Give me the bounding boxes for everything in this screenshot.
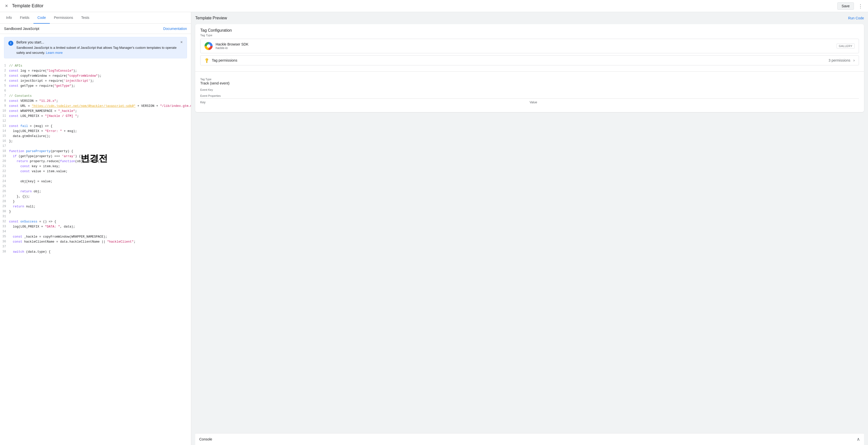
event-props-value-header: Value: [530, 101, 859, 104]
event-props-key-header: Key: [200, 101, 530, 104]
event-key-label: Event Key: [200, 88, 859, 91]
tab-code[interactable]: Code: [33, 12, 50, 24]
run-code-button[interactable]: Run Code: [848, 14, 864, 22]
code-line: 20 return property.reduce(function(obj, …: [0, 159, 191, 164]
tag-type-info-row: Tag Type Track (send event): [200, 78, 859, 85]
code-line: 1 // APIs: [0, 63, 191, 68]
code-line: 19 if (getType(property) === 'array') {: [0, 154, 191, 159]
banner-close-icon[interactable]: ×: [180, 40, 183, 44]
code-line: 27 }, {});: [0, 194, 191, 199]
code-line: 11 const LOG_PREFIX = "[Hackle / GTM] ";: [0, 114, 191, 119]
hackle-domain: hackle-io: [216, 46, 834, 50]
code-line: 35 const _hackle = copyFromWindow(WRAPPE…: [0, 234, 191, 239]
tag-type-key: Tag Type: [200, 78, 859, 81]
hackle-logo: [205, 42, 213, 50]
console-title: Console: [199, 437, 212, 441]
code-line: 33 log(LOG_PREFIX + "DATA: ", data);: [0, 224, 191, 229]
hackle-card: Hackle Browser SDK hackle-io GALLERY: [200, 39, 859, 53]
code-header: Sandboxed JavaScript Documentation: [0, 24, 191, 34]
tab-permissions[interactable]: Permissions: [50, 12, 77, 24]
code-line: 18 function parseProperty(property) {: [0, 149, 191, 154]
code-line: 36 const hackleClientName = data.hackleC…: [0, 239, 191, 244]
code-line: 4 const injectScript = require('injectSc…: [0, 78, 191, 83]
event-properties-row: Event Properties Key Value: [200, 94, 859, 106]
code-line: 10 const WRAPPER_NAMESPACE = "_hackle";: [0, 109, 191, 114]
close-icon[interactable]: ×: [4, 2, 9, 10]
code-line: 23: [0, 174, 191, 179]
code-line: 12: [0, 119, 191, 124]
tag-permissions-row[interactable]: 🔑 Tag permissions 3 permissions ›: [200, 55, 859, 65]
code-line: 3 const copyFromWindow = require("copyFr…: [0, 73, 191, 78]
tag-configuration-title: Tag Configuration: [200, 28, 859, 33]
code-line: 32 const onSuccess = () => {: [0, 219, 191, 224]
key-icon: 🔑: [204, 57, 210, 63]
code-line: 8 const VERSION = "11.26.x";: [0, 99, 191, 104]
permissions-count: 3 permissions: [829, 58, 850, 62]
console-chevron-icon[interactable]: ∧: [857, 437, 860, 442]
save-button[interactable]: Save: [837, 2, 854, 10]
code-line: 7 // Constants: [0, 94, 191, 99]
code-line: 17: [0, 144, 191, 149]
code-line: 5 const getType = require("getType");: [0, 83, 191, 89]
info-banner: i Before you start... Sandboxed JavaScri…: [4, 37, 187, 58]
tab-fields[interactable]: Fields: [16, 12, 33, 24]
chevron-right-icon: ›: [854, 58, 855, 63]
code-line: 13 const fail = (msg) => {: [0, 124, 191, 129]
code-line: 24 obj[key] = value;: [0, 179, 191, 184]
template-preview-title: Template Preview: [195, 16, 227, 20]
banner-title: Before you start...: [17, 40, 177, 44]
divider: [195, 71, 864, 72]
code-line: 21 const key = item.key;: [0, 164, 191, 169]
code-line: 29 return null;: [0, 204, 191, 209]
right-panel: Template Preview Run Code Tag Configurat…: [191, 12, 868, 445]
code-line: 16 };: [0, 139, 191, 144]
page-title: Template Editor: [12, 3, 834, 8]
sandboxed-js-title: Sandboxed JavaScript: [4, 27, 39, 31]
console-section: Console ∧: [195, 433, 864, 445]
tab-info[interactable]: Info: [2, 12, 16, 24]
tag-type-label: Tag Type: [200, 34, 859, 37]
code-line: 22 const value = item.value;: [0, 169, 191, 174]
code-line: 15 data.gtmOnFailure();: [0, 134, 191, 139]
code-line: 38 switch (data.type) {: [0, 249, 191, 254]
top-bar: × Template Editor Save ⋮: [0, 0, 868, 12]
code-line: 26 return obj;: [0, 189, 191, 194]
tag-type-value: Track (send event): [200, 81, 859, 85]
code-line: 34: [0, 229, 191, 234]
tab-tests[interactable]: Tests: [77, 12, 93, 24]
more-icon[interactable]: ⋮: [857, 2, 864, 10]
right-header: Template Preview Run Code: [191, 12, 868, 24]
code-line: 37: [0, 244, 191, 249]
code-line: 9 const URL = "https://cdn.jsdelivr.net/…: [0, 104, 191, 109]
main-layout: Info Fields Code Permissions Tests Sandb…: [0, 12, 868, 445]
code-line: 14 log(LOG_PREFIX + "Error: " + msg);: [0, 129, 191, 134]
code-line: 25: [0, 184, 191, 189]
left-panel: Info Fields Code Permissions Tests Sandb…: [0, 12, 191, 445]
event-key-row: Event Key: [200, 88, 859, 91]
code-editor[interactable]: 변경전 1 // APIs 2 const log = require("log…: [0, 61, 191, 445]
code-line: 2 const log = require("logToConsole");: [0, 68, 191, 73]
right-spacer: [191, 116, 868, 433]
event-properties-label: Event Properties: [200, 94, 859, 97]
code-line: 31: [0, 214, 191, 219]
gallery-badge: GALLERY: [837, 43, 855, 48]
banner-text: Sandboxed JavaScript is a limited subset…: [17, 45, 177, 55]
code-line: 6: [0, 89, 191, 94]
learn-more-link[interactable]: Learn more: [46, 51, 63, 55]
tabs: Info Fields Code Permissions Tests: [0, 12, 191, 24]
documentation-link[interactable]: Documentation: [163, 27, 187, 31]
code-line: 28 }: [0, 199, 191, 204]
code-line: 30 }: [0, 209, 191, 214]
hackle-name: Hackle Browser SDK: [216, 42, 834, 46]
preview-card: Tag Configuration Tag Type Hackle Browse…: [195, 24, 864, 112]
permissions-label: Tag permissions: [212, 58, 826, 62]
info-icon: i: [8, 41, 13, 46]
